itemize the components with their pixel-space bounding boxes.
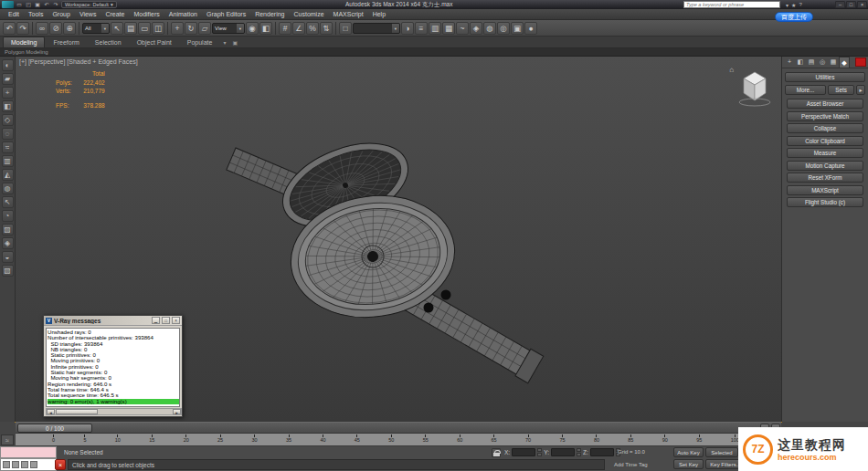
utility-maxscript-button[interactable]: MAXScript — [787, 185, 863, 195]
ribbon-minimize-icon[interactable]: ▾ — [220, 39, 228, 47]
scroll-right-icon[interactable]: ▸ — [173, 409, 181, 414]
left-tool-7-icon[interactable]: ≈ — [2, 141, 14, 153]
undo-icon[interactable]: ↶ — [3, 22, 16, 35]
select-and-link-icon[interactable]: ∞ — [36, 22, 48, 35]
select-and-scale-icon[interactable]: ▱ — [198, 22, 211, 35]
time-slider[interactable]: 0 / 100 ‹ › — [16, 422, 781, 434]
menu-edit[interactable]: Edit — [4, 9, 24, 20]
menu-customize[interactable]: Customize — [289, 9, 328, 20]
left-tool-16-icon[interactable]: ▧ — [2, 265, 14, 277]
menu-graph-editors[interactable]: Graph Editors — [202, 9, 250, 20]
utilities-tab-icon[interactable]: ◆ — [839, 57, 850, 68]
infocenter-icon-2[interactable]: ★ — [791, 2, 796, 8]
graphite-ribbon-icon[interactable]: ▦ — [442, 22, 455, 35]
x-field[interactable] — [512, 448, 535, 456]
left-tool-2-icon[interactable]: ▰ — [2, 73, 14, 85]
listener-window-icon[interactable] — [30, 461, 37, 468]
named-selection-select[interactable]: ▾ — [353, 23, 400, 34]
bind-to-space-warp-icon[interactable]: ⊕ — [63, 22, 76, 35]
left-tool-12-icon[interactable]: ◔ — [2, 210, 14, 222]
selection-lock-icon[interactable] — [492, 448, 501, 457]
close-icon[interactable]: × — [55, 459, 66, 470]
layer-manager-icon[interactable]: ▥ — [429, 22, 441, 35]
menu-tools[interactable]: Tools — [24, 9, 48, 20]
left-tool-11-icon[interactable]: ↖ — [2, 196, 14, 208]
left-tool-10-icon[interactable]: ◍ — [2, 183, 14, 194]
use-pivot-point-icon[interactable]: ◉ — [246, 22, 259, 35]
spinner-snap-icon[interactable]: ⇅ — [320, 22, 333, 35]
add-time-tag[interactable]: Add Time Tag — [614, 462, 648, 467]
infocenter-icon-1[interactable]: ▾ — [786, 2, 789, 8]
close-icon[interactable]: × — [857, 1, 867, 8]
track-bar[interactable]: 0510152025303540455055606570758085909510… — [16, 434, 781, 446]
left-tool-8-icon[interactable]: ▥ — [2, 155, 14, 167]
motion-tab-icon[interactable]: ◎ — [817, 57, 828, 68]
viewcube[interactable] — [736, 68, 774, 108]
left-tool-5-icon[interactable]: ◇ — [2, 114, 14, 126]
menu-help[interactable]: Help — [368, 9, 390, 20]
menu-group[interactable]: Group — [48, 9, 74, 20]
more-button[interactable]: More... — [785, 85, 826, 95]
z-field[interactable] — [590, 448, 614, 456]
left-tool-9-icon[interactable]: ◭ — [2, 169, 14, 181]
edit-named-selection-icon[interactable]: □ — [339, 22, 352, 35]
ribbon-tab-populate[interactable]: Populate — [180, 37, 220, 47]
utility-motion-capture-button[interactable]: Motion Capture — [787, 161, 863, 171]
scroll-left-icon[interactable]: ◂ — [47, 409, 55, 414]
x-spinner[interactable] — [537, 448, 542, 456]
hierarchy-tab-icon[interactable]: ▤ — [806, 57, 817, 68]
close-icon[interactable]: × — [172, 317, 180, 324]
select-object-icon[interactable]: ↖ — [111, 22, 123, 35]
rectangular-selection-region-icon[interactable]: ▭ — [138, 22, 151, 35]
vray-dialog-titlebar[interactable]: V V-Ray messages ▁□× — [44, 316, 182, 326]
selected-dropdown[interactable]: Selected — [705, 447, 738, 457]
minimize-icon[interactable]: – — [835, 1, 845, 8]
curve-editor-icon[interactable]: ~ — [456, 22, 469, 35]
sets-arrow-icon[interactable]: ▸ — [856, 85, 865, 95]
select-and-move-icon[interactable]: + — [171, 22, 184, 35]
time-slider-handle[interactable]: 0 / 100 — [17, 424, 92, 433]
left-tool-14-icon[interactable]: ◈ — [2, 237, 14, 249]
viewcube-home-icon[interactable]: ⌂ — [729, 66, 734, 74]
mini-curve-editor-button[interactable]: ≈ — [1, 434, 14, 445]
utility-reset-xform-button[interactable]: Reset XForm — [787, 173, 863, 183]
render-production-icon[interactable]: ● — [524, 22, 537, 35]
snaps-toggle-icon[interactable]: # — [279, 22, 291, 35]
upload-overlay-button[interactable]: 百度上传 — [775, 12, 813, 22]
menu-maxscript[interactable]: MAXScript — [329, 9, 368, 20]
ribbon-tab-selection[interactable]: Selection — [88, 37, 129, 47]
utility-color-clipboard-button[interactable]: Color Clipboard — [787, 136, 863, 146]
menu-rendering[interactable]: Rendering — [250, 9, 289, 20]
left-tool-6-icon[interactable]: ◌ — [2, 128, 14, 140]
y-field[interactable] — [551, 448, 575, 456]
menu-modifiers[interactable]: Modifiers — [129, 9, 164, 20]
menu-animation[interactable]: Animation — [164, 9, 202, 20]
sets-button[interactable]: Sets — [828, 85, 854, 95]
new-file-icon[interactable]: ▭ — [16, 1, 23, 9]
app-logo-icon[interactable] — [2, 1, 14, 8]
y-spinner[interactable] — [577, 448, 581, 456]
select-and-manipulate-icon[interactable]: ◧ — [259, 22, 272, 35]
utility-perspective-match-button[interactable]: Perspective Match — [787, 111, 863, 121]
left-tool-1-icon[interactable]: ◐ — [2, 59, 14, 71]
left-tool-3-icon[interactable]: + — [2, 87, 14, 99]
render-setup-icon[interactable]: ◎ — [497, 22, 510, 35]
reference-coordinate-select[interactable]: View▾ — [212, 23, 245, 34]
mirror-icon[interactable]: ◑ — [401, 22, 414, 35]
rendered-frame-window-icon[interactable]: ▣ — [511, 22, 524, 35]
vray-message-list[interactable]: Unshaded rays: 0Number of intersectable … — [46, 328, 180, 407]
scrollbar-thumb[interactable] — [56, 409, 98, 414]
redo-icon[interactable]: ↷ — [16, 22, 29, 35]
utilities-rollout-header[interactable]: Utilities — [785, 72, 865, 82]
select-by-name-icon[interactable]: ▤ — [124, 22, 137, 35]
angle-snap-icon[interactable]: ∠ — [292, 22, 305, 35]
utility-collapse-button[interactable]: Collapse — [787, 123, 863, 133]
select-and-rotate-icon[interactable]: ↻ — [185, 22, 197, 35]
left-tool-15-icon[interactable]: ◒ — [2, 251, 14, 263]
listener-window-icon[interactable] — [3, 461, 10, 468]
utility-measure-button[interactable]: Measure — [787, 148, 863, 158]
maxscript-mini-listener-macro[interactable] — [0, 446, 57, 458]
left-tool-13-icon[interactable]: ▨ — [2, 224, 14, 236]
infocenter-icon-3[interactable]: ? — [799, 2, 801, 7]
vray-message-line[interactable]: ========================================… — [48, 404, 179, 407]
